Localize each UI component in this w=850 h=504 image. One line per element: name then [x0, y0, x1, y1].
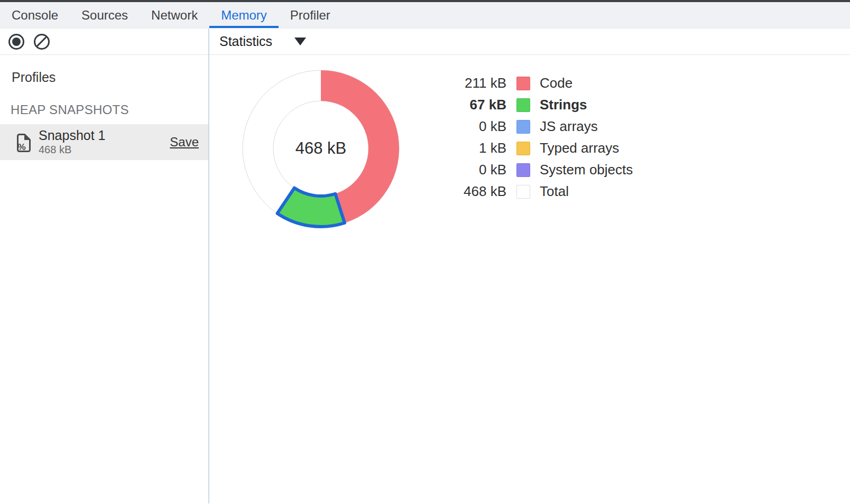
statistics-view: 468 kB 211 kB Code 67 kB Strings 0 kB JS… [209, 55, 850, 503]
snapshot-save-link[interactable]: Save [170, 135, 199, 150]
heap-snapshot-file-icon: % [16, 133, 32, 153]
legend-value: 468 kB [452, 183, 506, 200]
legend-label: Strings [540, 97, 587, 113]
tab-network[interactable]: Network [140, 2, 209, 28]
legend-value: 1 kB [452, 140, 506, 156]
system-objects-color-swatch [516, 163, 530, 177]
legend-value: 0 kB [452, 118, 506, 135]
legend-value: 211 kB [452, 75, 506, 91]
profiles-sidebar: Profiles HEAP SNAPSHOTS % Snapshot 1 468… [0, 29, 209, 503]
legend-label: Total [540, 183, 569, 200]
legend-value: 67 kB [452, 97, 506, 113]
legend-label: JS arrays [540, 118, 598, 135]
legend-row-system-objects[interactable]: 0 kB System objects [452, 159, 633, 181]
perspective-select[interactable]: Statistics [209, 34, 306, 49]
code-color-swatch [516, 77, 530, 90]
legend-row-code[interactable]: 211 kB Code [452, 72, 633, 94]
donut-chart-svg[interactable] [236, 64, 405, 233]
devtools-tabbar: Console Sources Network Memory Profiler [0, 2, 850, 29]
strings-color-swatch [516, 98, 530, 112]
tab-memory[interactable]: Memory [209, 2, 279, 28]
record-heap-snapshot-icon[interactable] [8, 34, 24, 50]
snapshot-info: Snapshot 1 468 kB [39, 128, 170, 156]
snapshot-main-pane: Statistics 468 kB 211 kB Code 67 kB Stri… [209, 29, 850, 503]
profiles-heading: Profiles [12, 70, 208, 85]
memory-panel: Profiles HEAP SNAPSHOTS % Snapshot 1 468… [0, 29, 850, 503]
snapshot-view-toolbar: Statistics [209, 29, 850, 55]
heap-statistics-legend: 211 kB Code 67 kB Strings 0 kB JS arrays… [452, 72, 633, 202]
heap-snapshots-section-title: HEAP SNAPSHOTS [11, 102, 208, 117]
tab-profiler[interactable]: Profiler [279, 2, 342, 28]
heap-statistics-donut-chart: 468 kB [236, 64, 405, 233]
legend-label: Typed arrays [540, 140, 619, 156]
profiles-toolbar [0, 29, 208, 55]
clear-profiles-icon[interactable] [34, 34, 50, 50]
legend-row-strings[interactable]: 67 kB Strings [452, 94, 633, 116]
donut-outline [273, 101, 368, 196]
typed-arrays-color-swatch [516, 142, 530, 155]
snapshot-size: 468 kB [39, 144, 170, 156]
donut-slice-strings[interactable] [278, 188, 345, 227]
legend-row-total[interactable]: 468 kB Total [452, 181, 633, 202]
perspective-select-value: Statistics [219, 34, 272, 49]
chevron-down-icon [294, 38, 306, 45]
total-color-swatch [516, 185, 530, 199]
legend-label: System objects [540, 162, 633, 178]
legend-row-js-arrays[interactable]: 0 kB JS arrays [452, 116, 633, 137]
legend-value: 0 kB [452, 162, 506, 178]
snapshot-name: Snapshot 1 [39, 128, 170, 142]
js-arrays-color-swatch [516, 120, 530, 134]
tab-sources[interactable]: Sources [70, 2, 140, 28]
svg-text:%: % [17, 142, 25, 152]
legend-row-typed-arrays[interactable]: 1 kB Typed arrays [452, 137, 633, 159]
legend-label: Code [540, 75, 572, 91]
tab-console[interactable]: Console [0, 2, 70, 28]
snapshot-list-item[interactable]: % Snapshot 1 468 kB Save [0, 124, 208, 160]
